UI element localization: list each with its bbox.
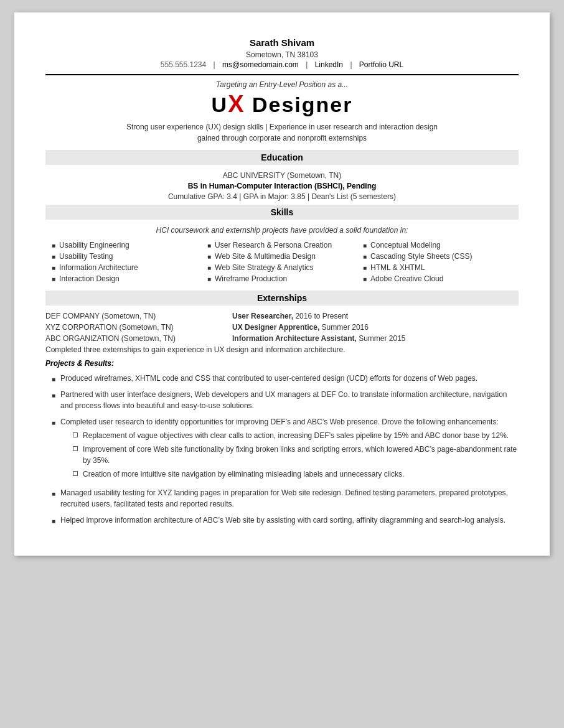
skill-item: ■Interaction Design [52, 274, 201, 283]
square-bullet-icon: ■ [52, 375, 55, 384]
sub-bullet-text: Improvement of core Web site functionali… [83, 444, 519, 466]
edu-degree: BS in Human-Computer Interaction (BSHCI)… [45, 182, 519, 190]
skills-intro: HCI coursework and externship projects h… [45, 226, 519, 235]
header-section: Sarath Shivam Sometown, TN 38103 555.555… [45, 37, 519, 69]
skill-item: ■Wireframe Production [207, 274, 357, 283]
sub-bullet-text: Replacement of vague objectives with cle… [83, 430, 509, 441]
sub-square-bullet-icon [73, 432, 78, 437]
skill-item: ■User Research & Persona Creation [207, 241, 357, 250]
resume-page: Sarath Shivam Sometown, TN 38103 555.555… [14, 12, 550, 556]
skill-item: ■Web Site & Multimedia Design [207, 252, 357, 261]
title-x: X [228, 91, 245, 117]
skills-grid: ■Usability Engineering■Usability Testing… [45, 241, 519, 286]
skill-item: ■Cascading Style Sheets (CSS) [363, 252, 512, 261]
extern-company: DEF COMPANY (Sometown, TN) [45, 312, 232, 320]
extern-summary: Completed three externships to gain expe… [45, 345, 519, 354]
bullet-text: Managed usability testing for XYZ landin… [60, 487, 519, 510]
skill-bullet: ■ [363, 242, 367, 249]
skill-item: ■Adobe Creative Cloud [363, 274, 512, 283]
edu-university: ABC UNIVERSITY (Sometown, TN) [45, 171, 519, 180]
candidate-name: Sarath Shivam [45, 37, 519, 48]
bullet-item: ■Managed usability testing for XYZ landi… [52, 487, 519, 510]
skill-item: ■Usability Engineering [52, 241, 201, 250]
separator1: | [214, 60, 217, 69]
sub-bullet-item: Creation of more intuitive site navigati… [73, 469, 519, 480]
linkedin[interactable]: LinkedIn [315, 60, 343, 69]
skill-text: Usability Engineering [59, 241, 129, 250]
targeting-line: Targeting an Entry-Level Position as a..… [45, 80, 519, 89]
education-section: ABC UNIVERSITY (Sometown, TN) BS in Huma… [45, 171, 519, 201]
portfolio[interactable]: Portfolio URL [359, 60, 403, 69]
skill-text: User Research & Persona Creation [215, 241, 332, 250]
skill-text: Adobe Creative Cloud [370, 274, 443, 283]
tagline: Strong user experience (UX) design skill… [45, 121, 519, 144]
bullet-item: ■Produced wireframes, XHTML code and CSS… [52, 373, 519, 384]
header-divider [45, 74, 519, 75]
square-bullet-icon: ■ [52, 516, 55, 526]
skill-text: Conceptual Modeling [370, 241, 441, 250]
extern-row: DEF COMPANY (Sometown, TN) User Research… [45, 312, 519, 320]
bullet-text: Produced wireframes, XHTML code and CSS … [60, 373, 477, 384]
skill-bullet: ■ [207, 264, 211, 271]
skill-text: Web Site & Multimedia Design [215, 252, 316, 261]
extern-company: ABC ORGANIZATION (Sometown, TN) [45, 334, 232, 343]
skill-bullet: ■ [363, 276, 367, 282]
skill-bullet: ■ [52, 253, 55, 260]
skill-item: ■HTML & XHTML [363, 263, 512, 272]
sub-bullet-list: Replacement of vague objectives with cle… [60, 430, 519, 480]
sub-bullet-text: Creation of more intuitive site navigati… [83, 469, 404, 480]
separator3: | [350, 60, 354, 69]
skill-bullet: ■ [207, 253, 211, 260]
extern-role: User Researcher, 2016 to Present [232, 312, 348, 320]
externships-section: DEF COMPANY (Sometown, TN) User Research… [45, 312, 519, 526]
bullet-text: Helped improve information architecture … [60, 515, 505, 526]
extern-company: XYZ CORPORATION (Sometown, TN) [45, 323, 232, 332]
separator2: | [306, 60, 309, 69]
phone: 555.555.1234 [161, 60, 206, 69]
extern-role: Information Architecture Assistant, Summ… [232, 334, 406, 343]
skill-text: Information Architecture [59, 263, 138, 272]
skill-text: Interaction Design [59, 274, 120, 283]
education-section-header: Education [45, 150, 519, 165]
address-line: Sometown, TN 38103 [45, 50, 519, 59]
skills-col1: ■Usability Engineering■Usability Testing… [52, 241, 201, 286]
skill-item: ■Information Architecture [52, 263, 201, 272]
skill-item: ■Web Site Strategy & Analytics [207, 263, 357, 272]
square-bullet-icon: ■ [52, 391, 55, 400]
bullet-text: Partnered with user interface designers,… [60, 389, 519, 411]
bullet-item: ■Helped improve information architecture… [52, 515, 519, 526]
email[interactable]: ms@somedomain.com [222, 60, 299, 69]
ux-title: UX Designer [45, 91, 519, 118]
skills-col2: ■User Research & Persona Creation■Web Si… [207, 241, 357, 286]
skill-text: HTML & XHTML [370, 263, 425, 272]
skill-text: Cascading Style Sheets (CSS) [370, 252, 472, 261]
bullet-text: Completed user research to identify oppo… [60, 416, 519, 482]
tagline-line1: Strong user experience (UX) design skill… [126, 123, 438, 131]
sub-square-bullet-icon [73, 446, 78, 451]
sub-bullet-item: Replacement of vague objectives with cle… [73, 430, 519, 441]
skill-bullet: ■ [207, 242, 211, 249]
skill-text: Web Site Strategy & Analytics [215, 263, 314, 272]
skill-bullet: ■ [52, 242, 55, 249]
contact-line: 555.555.1234 | ms@somedomain.com | Linke… [45, 60, 519, 69]
skill-item: ■Usability Testing [52, 252, 201, 261]
skill-bullet: ■ [52, 264, 55, 271]
square-bullet-icon: ■ [52, 489, 55, 498]
skill-item: ■Conceptual Modeling [363, 241, 512, 250]
skill-text: Usability Testing [59, 252, 113, 261]
skill-bullet: ■ [207, 276, 211, 282]
tagline-line2: gained through corporate and nonprofit e… [197, 134, 367, 142]
bullet-item: ■Partnered with user interface designers… [52, 389, 519, 411]
sub-square-bullet-icon [73, 471, 78, 476]
skill-text: Wireframe Production [215, 274, 287, 283]
projects-bullet-list: ■Produced wireframes, XHTML code and CSS… [45, 373, 519, 526]
bullet-item: ■Completed user research to identify opp… [52, 416, 519, 482]
skill-bullet: ■ [363, 264, 367, 271]
extern-row: ABC ORGANIZATION (Sometown, TN) Informat… [45, 334, 519, 343]
skill-bullet: ■ [363, 253, 367, 260]
sub-bullet-item: Improvement of core Web site functionali… [73, 444, 519, 466]
skills-col3: ■Conceptual Modeling■Cascading Style She… [363, 241, 512, 286]
square-bullet-icon: ■ [52, 418, 55, 427]
skill-bullet: ■ [52, 276, 55, 282]
edu-gpa: Cumulative GPA: 3.4 | GPA in Major: 3.85… [45, 192, 519, 201]
